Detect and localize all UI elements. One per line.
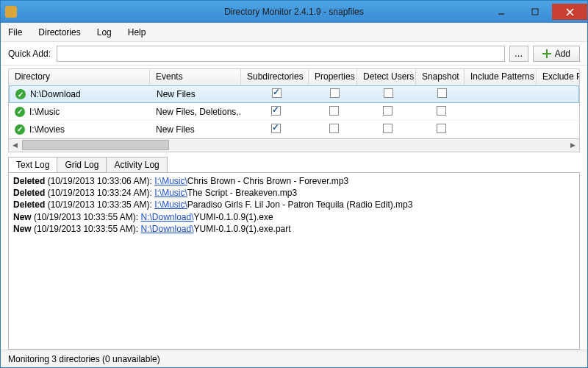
window-title: Directory Monitor 2.4.1.9 - snapfiles [224,7,363,17]
col-snapshot[interactable]: Snapshot [416,69,465,85]
statusbar: Monitoring 3 directories (0 unavailable) [1,350,587,367]
close-button[interactable] [552,4,587,20]
add-button-label: Add [555,49,570,59]
col-properties[interactable]: Properties [309,69,357,85]
scroll-right-arrow[interactable]: ▶ [567,139,579,151]
minimize-button[interactable] [484,4,518,20]
menubar: File Directories Log Help [1,23,587,42]
menu-directories[interactable]: Directories [38,27,80,38]
checkbox-properties[interactable] [329,124,339,133]
checkbox-snapshot[interactable] [437,106,446,116]
status-text: Monitoring 3 directories (0 unavailable) [8,354,160,364]
menu-log[interactable]: Log [97,27,112,38]
log-tabs: Text Log Grid Log Activity Log [8,157,580,172]
dir-path: I:\Movies [29,124,65,135]
menu-file[interactable]: File [8,27,22,38]
browse-button[interactable]: ... [509,46,528,62]
events-cell: New Files [151,89,242,99]
scroll-left-arrow[interactable]: ◀ [9,139,21,151]
checkbox-detect-users[interactable] [383,124,392,133]
table-row[interactable]: ✓I:\MusicNew Files, Deletions,... [9,103,579,121]
log-line: New (10/19/2013 10:33:55 AM): N:\Downloa… [13,211,575,223]
titlebar[interactable]: Directory Monitor 2.4.1.9 - snapfiles [1,1,587,23]
grid-header: Directory Events Subdirectories Properti… [9,69,579,85]
status-ok-icon: ✓ [15,89,26,99]
log-textarea[interactable]: Deleted (10/19/2013 10:33:06 AM): I:\Mus… [8,172,580,350]
table-row[interactable]: ✓N:\DownloadNew Files [9,85,579,103]
checkbox-snapshot[interactable] [437,88,447,98]
content-area: Directory Events Subdirectories Properti… [1,66,587,350]
checkbox-detect-users[interactable] [383,106,392,116]
plus-icon [542,49,551,58]
col-detect-users[interactable]: Detect Users [357,69,416,85]
add-button[interactable]: Add [533,46,580,62]
toolbar: Quick Add: ... Add [1,42,587,66]
log-path-link[interactable]: I:\Music\ [154,176,187,186]
col-include[interactable]: Include Patterns [465,69,537,85]
checkbox-subdirectories[interactable] [271,124,281,133]
checkbox-detect-users[interactable] [384,88,393,98]
quickadd-label: Quick Add: [8,49,51,59]
log-path-link[interactable]: N:\Download\ [140,224,193,234]
table-row[interactable]: ✓I:\MoviesNew Files [9,121,579,138]
log-path-link[interactable]: I:\Music\ [154,199,187,210]
col-directory[interactable]: Directory [9,69,150,85]
checkbox-snapshot[interactable] [437,124,446,133]
log-path-link[interactable]: N:\Download\ [140,212,193,222]
log-line: Deleted (10/19/2013 10:33:35 AM): I:\Mus… [13,199,575,210]
status-ok-icon: ✓ [15,124,25,135]
checkbox-subdirectories[interactable] [272,88,282,98]
log-line: Deleted (10/19/2013 10:33:06 AM): I:\Mus… [13,175,575,187]
dir-path: N:\Download [30,89,81,99]
svg-rect-1 [532,9,538,15]
checkbox-subdirectories[interactable] [271,106,281,116]
maximize-button[interactable] [518,4,552,20]
tab-grid-log[interactable]: Grid Log [57,157,107,172]
horizontal-scrollbar[interactable]: ◀ ▶ [8,139,580,152]
log-line: New (10/19/2013 10:33:55 AM): N:\Downloa… [13,223,575,235]
log-line: Deleted (10/19/2013 10:33:24 AM): I:\Mus… [13,187,575,199]
checkbox-properties[interactable] [330,88,340,98]
tab-text-log[interactable]: Text Log [8,157,57,172]
quickadd-input[interactable] [57,46,505,62]
tab-activity-log[interactable]: Activity Log [106,157,167,172]
menu-help[interactable]: Help [128,27,146,38]
directory-grid: Directory Events Subdirectories Properti… [8,68,580,139]
events-cell: New Files, Deletions,... [150,107,241,117]
events-cell: New Files [150,124,241,135]
log-path-link[interactable]: I:\Music\ [154,188,187,198]
app-icon [5,6,17,18]
app-window: Directory Monitor 2.4.1.9 - snapfiles Fi… [0,0,588,368]
checkbox-properties[interactable] [329,106,339,116]
col-subdirectories[interactable]: Subdirectories [241,69,309,85]
grid-body: ✓N:\DownloadNew Files✓I:\MusicNew Files,… [9,85,579,138]
status-ok-icon: ✓ [15,107,25,117]
window-controls [484,4,587,20]
col-exclude[interactable]: Exclude Pattern [537,69,579,85]
col-events[interactable]: Events [150,69,241,85]
scroll-thumb[interactable] [22,140,169,150]
dir-path: I:\Music [29,107,60,117]
